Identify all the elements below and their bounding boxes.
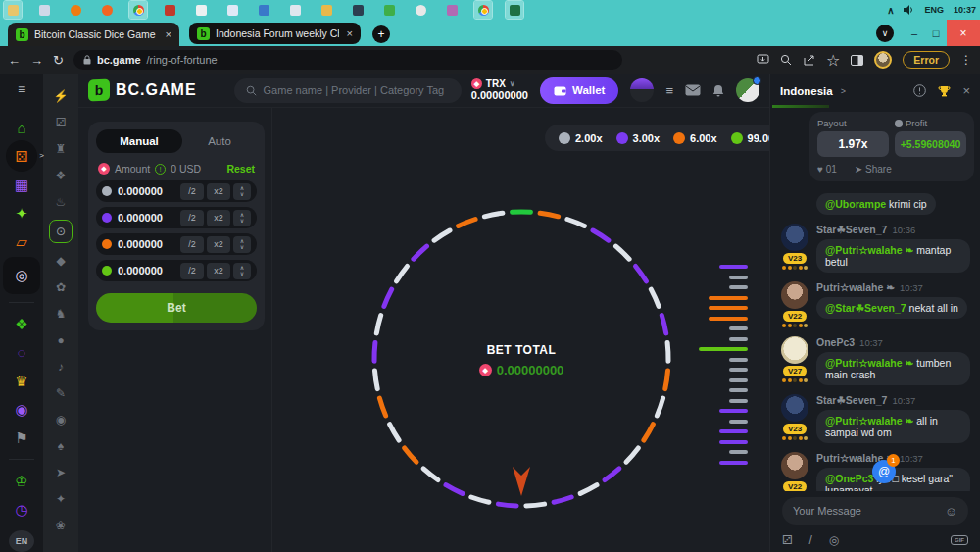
sidebar-item-crash[interactable]: ✦ <box>3 200 40 226</box>
minimize-button[interactable]: – <box>904 27 925 39</box>
double-button[interactable]: x2 <box>207 263 230 279</box>
username[interactable]: Putri☆walahe ❧ <box>816 281 895 293</box>
browser-menu-icon[interactable]: ⋮ <box>960 53 972 67</box>
amount-stepper[interactable]: ∧∨ <box>233 236 251 253</box>
half-button[interactable]: /2 <box>180 263 204 279</box>
sidebar-game-item[interactable]: ◉ <box>49 411 73 428</box>
sidebar-item-cards[interactable]: ▱ <box>3 228 40 255</box>
dice-shortcut-icon[interactable]: ⚂ <box>782 533 792 547</box>
sidebar-game-item[interactable]: ♨ <box>49 193 73 211</box>
double-button[interactable]: x2 <box>207 183 230 200</box>
user-menu-icon[interactable]: ≡ <box>665 83 673 98</box>
flower-app-icon[interactable] <box>412 1 429 19</box>
sidebar-game-item[interactable]: ◆ <box>49 252 73 270</box>
chat-bubble[interactable]: @Putri☆walahe ❧ mantap betul <box>816 239 970 273</box>
bcgame-logo[interactable]: b BC.GAME <box>88 79 197 101</box>
browser-chevron-button[interactable]: ∨ <box>876 25 894 42</box>
chat-close-icon[interactable]: × <box>962 83 970 98</box>
sidebar-item-recent[interactable]: ◷ <box>3 496 40 523</box>
sidebar-game-item[interactable]: ❀ <box>49 517 73 534</box>
sidebar-game-item[interactable]: ● <box>49 331 73 349</box>
chat-rules-icon[interactable] <box>913 84 926 97</box>
chrome2-icon[interactable] <box>474 1 492 19</box>
avatar[interactable] <box>781 452 808 479</box>
tab-close-icon[interactable]: × <box>166 28 172 40</box>
sidebar-game-item[interactable]: ♠ <box>49 437 73 455</box>
chat-toggle-avatar[interactable] <box>736 78 760 102</box>
browser-tab-1[interactable]: b Bitcoin Classic Dice Game - Play | × <box>8 23 179 46</box>
sidebar-item-slots[interactable]: ▦ <box>3 172 40 198</box>
mention-link[interactable]: @Putri☆walahe ❧ <box>825 244 913 256</box>
tab-auto[interactable]: Auto <box>182 135 257 147</box>
chat-room-name[interactable]: Indonesia <box>780 85 833 97</box>
bet-button[interactable]: Bet <box>96 293 257 323</box>
sidebar-game-item[interactable]: ✎ <box>49 384 73 402</box>
app-icon[interactable] <box>223 1 241 19</box>
sidebar-item-dice[interactable]: >⚄ <box>3 143 40 170</box>
sidebar-game-item[interactable]: ✿ <box>49 278 73 296</box>
user-avatar[interactable] <box>630 78 654 102</box>
share-icon[interactable] <box>803 54 815 66</box>
double-button[interactable]: x2 <box>207 236 230 253</box>
share-button[interactable]: ➤ Share <box>855 164 892 175</box>
address-bar[interactable]: bc.game/ring-of-fortune <box>74 50 622 70</box>
sidebar-item-home[interactable]: ⌂ <box>3 115 40 141</box>
error-button[interactable]: Error <box>903 51 950 69</box>
sidebar-item-vip[interactable]: ♔ <box>3 468 40 494</box>
maximize-button[interactable]: □ <box>925 27 947 39</box>
reload-button[interactable]: ↻ <box>53 53 64 68</box>
trophy-icon[interactable] <box>938 85 951 97</box>
close-window-button[interactable]: × <box>947 20 980 46</box>
reset-button[interactable]: Reset <box>226 163 255 175</box>
sidebar-game-item[interactable]: ✦ <box>49 490 73 508</box>
sidebar-game-item[interactable]: ♜ <box>49 140 73 158</box>
sidebar-item-sports[interactable]: ◉ <box>3 396 40 423</box>
mention-link[interactable]: @Star☘Seven_7 <box>825 302 906 314</box>
sidebar-menu-icon[interactable]: ≡ <box>18 81 25 97</box>
media-player-icon[interactable] <box>67 1 84 19</box>
chat-bubble[interactable]: @Star☘Seven_7 nekat all in <box>816 297 967 319</box>
emoji-icon[interactable]: ☺ <box>945 504 957 519</box>
media-player2-icon[interactable] <box>443 1 461 19</box>
photos-app-icon[interactable] <box>35 1 53 19</box>
chat-message-input[interactable]: Your Message ☺ <box>782 497 968 525</box>
language-indicator[interactable]: ENG <box>924 5 944 15</box>
sidebar-game-item[interactable]: ❖ <box>49 167 73 184</box>
notifications-bell-icon[interactable] <box>712 84 724 97</box>
image-viewer-icon[interactable] <box>255 1 272 19</box>
game-search-input[interactable]: Game name | Provider | Category Tag <box>234 78 462 103</box>
profile-avatar[interactable] <box>874 51 892 69</box>
like-button[interactable]: ♥ 01 <box>817 164 837 175</box>
chat-bubble[interactable]: @Uborampe krimi cip <box>816 193 936 215</box>
search-app-icon[interactable] <box>286 1 304 19</box>
folder-icon[interactable] <box>318 1 335 19</box>
wallet-button[interactable]: Wallet <box>540 77 618 104</box>
sidebar-game-item[interactable]: ♪ <box>49 358 73 376</box>
sidebar-game-item[interactable]: ♞ <box>49 305 73 323</box>
mention-link[interactable]: @Putri☆walahe ❧ <box>825 357 913 369</box>
install-icon[interactable] <box>757 54 769 66</box>
coin-drop-icon[interactable]: ◎ <box>829 533 839 547</box>
balance-selector[interactable]: ◆ TRX ∨ 0.00000000 <box>471 78 528 101</box>
half-button[interactable]: /2 <box>180 236 204 253</box>
tab-manual[interactable]: Manual <box>96 129 182 153</box>
speaker-icon[interactable] <box>904 5 914 15</box>
tab-close-icon[interactable]: × <box>347 27 353 39</box>
side-panel-icon[interactable] <box>851 55 863 66</box>
zoom-icon[interactable] <box>780 54 792 66</box>
sidebar-item-racing[interactable]: ⚑ <box>3 425 40 451</box>
avatar[interactable] <box>781 394 808 422</box>
avatar[interactable] <box>781 224 808 251</box>
back-button[interactable]: ← <box>8 53 21 68</box>
new-tab-button[interactable]: + <box>372 25 390 43</box>
username[interactable]: OnePc3 <box>816 336 855 348</box>
sidebar-item-crown[interactable]: ♛ <box>3 368 40 394</box>
slash-command-icon[interactable]: / <box>808 533 811 547</box>
mention-link[interactable]: @Putri☆walahe ❧ <box>825 415 913 427</box>
bet-share-card[interactable]: Payout 1.97x Profit +5.59608040 ♥ 01 ➤ S… <box>809 112 974 181</box>
mail-icon[interactable] <box>685 84 701 96</box>
sidebar-game-item[interactable]: ⚂ <box>49 114 73 131</box>
mention-link[interactable]: @OnePc3 <box>825 473 873 484</box>
notes-app-icon[interactable] <box>192 1 210 19</box>
mentions-button[interactable]: @ 1 <box>872 460 896 483</box>
